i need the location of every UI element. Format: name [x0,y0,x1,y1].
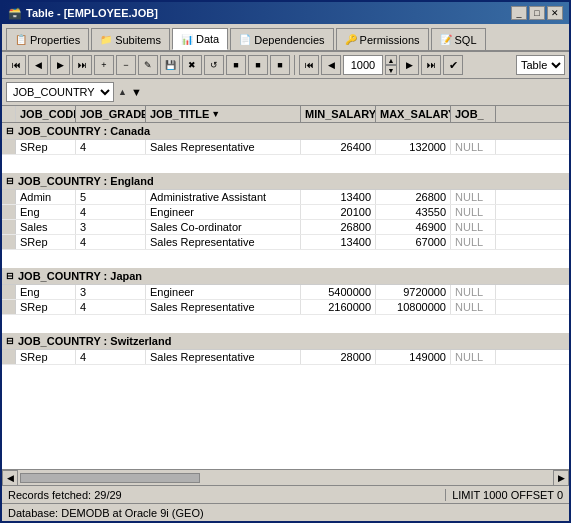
col-header-min[interactable]: MIN_SALARY ▼ [301,106,376,122]
nav-first-button2[interactable]: ⏮ [299,55,319,75]
spin-down[interactable]: ▼ [385,65,397,75]
cell-title[interactable]: Sales Representative [146,235,301,249]
cell-code[interactable]: Admin [16,190,76,204]
nav-first-button[interactable]: ⏮ [6,55,26,75]
cell-title[interactable]: Sales Representative [146,140,301,154]
tab-dependencies[interactable]: 📄 Dependencies [230,28,333,50]
close-button[interactable]: ✕ [547,6,563,20]
col-header-max[interactable]: MAX_SALARY ▼ [376,106,451,122]
tool-btn-2[interactable]: ■ [248,55,268,75]
cell-grade[interactable]: 3 [76,220,146,234]
cell-min-salary[interactable]: 26800 [301,220,376,234]
check-button[interactable]: ✔ [443,55,463,75]
cell-job[interactable]: NULL [451,285,496,299]
tab-subitems[interactable]: 📁 Subitems [91,28,170,50]
table-row[interactable]: Sales 3 Sales Co-ordinator 26800 46900 N… [2,220,569,235]
cell-min-salary[interactable]: 20100 [301,205,376,219]
limit-input[interactable]: 1000 [343,55,383,75]
group-toggle-2[interactable]: ⊟ [6,271,14,281]
spin-up[interactable]: ▲ [385,55,397,65]
nav-last-button2[interactable]: ⏭ [421,55,441,75]
cell-code[interactable]: SRep [16,140,76,154]
table-row[interactable]: Admin 5 Administrative Assistant 13400 2… [2,190,569,205]
cell-max-salary[interactable]: 132000 [376,140,451,154]
table-row[interactable]: Eng 4 Engineer 20100 43550 NULL [2,205,569,220]
cell-code[interactable]: Eng [16,205,76,219]
tab-permissions[interactable]: 🔑 Permissions [336,28,429,50]
table-row[interactable]: Eng 3 Engineer 5400000 9720000 NULL [2,285,569,300]
cell-title[interactable]: Sales Representative [146,350,301,364]
table-row[interactable]: SRep 4 Sales Representative 28000 149000… [2,350,569,365]
cell-title[interactable]: Sales Co-ordinator [146,220,301,234]
cell-job[interactable]: NULL [451,235,496,249]
col-header-grade[interactable]: JOB_GRADE ▼ [76,106,146,122]
cell-title[interactable]: Engineer [146,285,301,299]
col-header-job[interactable]: JOB_ [451,106,496,122]
limit-spinner[interactable]: ▲ ▼ [385,55,397,75]
cell-max-salary[interactable]: 43550 [376,205,451,219]
cell-grade[interactable]: 4 [76,140,146,154]
nav-last-button[interactable]: ⏭ [72,55,92,75]
group-toggle-0[interactable]: ⊟ [6,126,14,136]
minimize-button[interactable]: _ [511,6,527,20]
cell-max-salary[interactable]: 10800000 [376,300,451,314]
cell-job[interactable]: NULL [451,350,496,364]
cell-job[interactable]: NULL [451,300,496,314]
table-row[interactable]: SRep 4 Sales Representative 2160000 1080… [2,300,569,315]
cell-title[interactable]: Administrative Assistant [146,190,301,204]
cell-grade[interactable]: 5 [76,190,146,204]
hscroll-right-button[interactable]: ▶ [553,470,569,486]
tool-btn-1[interactable]: ■ [226,55,246,75]
cell-code[interactable]: Eng [16,285,76,299]
view-type-select[interactable]: Table [516,55,565,75]
tab-properties[interactable]: 📋 Properties [6,28,89,50]
cell-code[interactable]: SRep [16,350,76,364]
hscroll-thumb[interactable] [20,473,200,483]
cell-title[interactable]: Sales Representative [146,300,301,314]
cell-code[interactable]: Sales [16,220,76,234]
hscroll-left-button[interactable]: ◀ [2,470,18,486]
cell-grade[interactable]: 4 [76,205,146,219]
cell-min-salary[interactable]: 5400000 [301,285,376,299]
cell-max-salary[interactable]: 149000 [376,350,451,364]
tool-btn-3[interactable]: ■ [270,55,290,75]
nav-next-button[interactable]: ▶ [50,55,70,75]
group-toggle-3[interactable]: ⊟ [6,336,14,346]
maximize-button[interactable]: □ [529,6,545,20]
cell-min-salary[interactable]: 26400 [301,140,376,154]
cell-grade[interactable]: 4 [76,350,146,364]
add-record-button[interactable]: + [94,55,114,75]
table-row[interactable]: SRep 4 Sales Representative 26400 132000… [2,140,569,155]
col-title-filter-icon[interactable]: ▼ [211,109,220,119]
cell-job[interactable]: NULL [451,190,496,204]
save-button[interactable]: 💾 [160,55,180,75]
nav-next-button2[interactable]: ▶ [399,55,419,75]
cancel-button[interactable]: ✖ [182,55,202,75]
nav-prev-button2[interactable]: ◀ [321,55,341,75]
cell-job[interactable]: NULL [451,140,496,154]
group-toggle-1[interactable]: ⊟ [6,176,14,186]
tab-data[interactable]: 📊 Data [172,28,228,50]
cell-grade[interactable]: 3 [76,285,146,299]
col-header-title[interactable]: JOB_TITLE ▼ [146,106,301,122]
cell-max-salary[interactable]: 26800 [376,190,451,204]
col-header-code[interactable]: JOB_CODE ▼ [16,106,76,122]
delete-record-button[interactable]: − [116,55,136,75]
cell-max-salary[interactable]: 46900 [376,220,451,234]
cell-min-salary[interactable]: 28000 [301,350,376,364]
cell-grade[interactable]: 4 [76,300,146,314]
cell-code[interactable]: SRep [16,300,76,314]
refresh-button[interactable]: ↺ [204,55,224,75]
cell-min-salary[interactable]: 13400 [301,190,376,204]
table-row[interactable]: SRep 4 Sales Representative 13400 67000 … [2,235,569,250]
cell-code[interactable]: SRep [16,235,76,249]
cell-min-salary[interactable]: 2160000 [301,300,376,314]
cell-grade[interactable]: 4 [76,235,146,249]
cell-min-salary[interactable]: 13400 [301,235,376,249]
cell-job[interactable]: NULL [451,220,496,234]
cell-job[interactable]: NULL [451,205,496,219]
filter-field-select[interactable]: JOB_COUNTRY [6,82,114,102]
cell-title[interactable]: Engineer [146,205,301,219]
tab-sql[interactable]: 📝 SQL [431,28,486,50]
nav-prev-button[interactable]: ◀ [28,55,48,75]
